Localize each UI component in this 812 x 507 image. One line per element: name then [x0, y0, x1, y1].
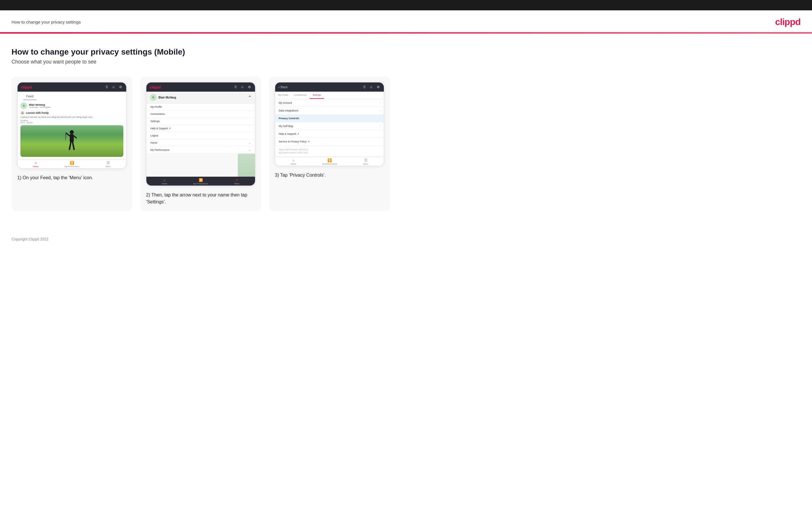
- menu-chevron-up-2: ⌃: [248, 95, 252, 100]
- card-step1: clippd ⚲ ☺ ⚙ Feed B Blair Mc: [11, 76, 132, 211]
- settings-item-myaccount-3[interactable]: My Account ›: [275, 99, 384, 107]
- phone-navbar-1: clippd ⚲ ☺ ⚙: [17, 82, 126, 92]
- phone-logo-2: clippd: [150, 85, 161, 89]
- cards-row: clippd ⚲ ☺ ⚙ Feed B Blair Mc: [11, 76, 801, 211]
- phone-mockup-3: ‹ Back ⚲ ☺ ⚙ My Profile Connections Sett…: [275, 82, 384, 166]
- nav-performance-2[interactable]: ⏬ My Performance: [183, 178, 219, 185]
- menu-connections-2[interactable]: Connections: [146, 111, 255, 118]
- back-label-3[interactable]: ‹ Back: [278, 85, 288, 89]
- nav-home-2[interactable]: ⌂ Home: [146, 178, 183, 185]
- lesson-icon-1: 🎰: [20, 111, 24, 115]
- settings-list-3: My Account › Data Integrations › Privacy…: [275, 99, 384, 146]
- search-icon-1[interactable]: ⚲: [104, 85, 109, 89]
- golfer-svg-1: [65, 129, 79, 155]
- phone-icons-3: ⚲ ☺ ⚙: [362, 85, 380, 89]
- phone-bottom-nav-3: ⌂ Home ⏬ My Performance ☰ Menu: [275, 157, 384, 166]
- performance-icon-2: ⏬: [199, 178, 203, 182]
- copyright: Copyright Clippd 2022: [11, 237, 49, 241]
- settings-icon-2[interactable]: ⚙: [247, 85, 252, 89]
- privacy-chevron-3: ›: [379, 117, 380, 120]
- menu-user-row-2[interactable]: B Blair McHarg ⌃: [146, 92, 255, 103]
- lesson-row-1: 🎰 Lesson with Fordy: [20, 111, 123, 115]
- lesson-duration-1: Duration01 hr : 30 min: [20, 119, 123, 123]
- profile-icon-1[interactable]: ☺: [111, 85, 116, 89]
- nav-home-1[interactable]: ⌂ Home: [17, 161, 54, 167]
- menu-home-nav-2[interactable]: Home ⌄: [146, 139, 255, 147]
- myaccount-label-3: My Account: [278, 101, 292, 104]
- home-icon-2: ⌂: [163, 178, 165, 182]
- nav-home-3[interactable]: ⌂ Home: [275, 158, 311, 165]
- settings-tabs-3: My Profile Connections Settings: [275, 92, 384, 99]
- nav-performance-1[interactable]: ⏬ My Performance: [54, 161, 90, 167]
- nav-menu-1[interactable]: ☰ Menu: [90, 161, 126, 167]
- page-heading: How to change your privacy settings (Mob…: [11, 47, 801, 57]
- tab-myprofile-3[interactable]: My Profile: [275, 92, 291, 99]
- settings-icon-1[interactable]: ⚙: [118, 85, 123, 89]
- performance-label-2: My Performance: [193, 183, 208, 185]
- nav-menu-3[interactable]: ☰ Menu: [348, 158, 384, 165]
- phone-bottom-nav-2: ⌂ Home ⏬ My Performance ✕ Menu: [146, 177, 255, 185]
- settings-item-dataintegrations-3[interactable]: Data Integrations ›: [275, 107, 384, 115]
- performance-label-1: My Performance: [64, 165, 79, 167]
- phone-bottom-nav-1: ⌂ Home ⏬ My Performance ☰ Menu: [17, 159, 126, 168]
- dataintegrations-chevron-3: ›: [379, 109, 380, 112]
- settings-item-serviceprivacy-3[interactable]: Service & Privacy Policy ↗: [275, 138, 384, 146]
- menu-label-2: Menu: [234, 183, 240, 185]
- myaccount-chevron-3: ›: [379, 101, 380, 104]
- post-usersub-1: Yesterday · Sunningdale: [29, 106, 51, 108]
- post-user-1: B Blair McHarg Yesterday · Sunningdale: [20, 102, 123, 109]
- menu-helpsupport-2[interactable]: Help & Support ↗: [146, 125, 255, 132]
- nav-menu-2[interactable]: ✕ Menu: [219, 178, 255, 185]
- search-icon-3[interactable]: ⚲: [362, 85, 367, 89]
- header: How to change your privacy settings clip…: [0, 10, 812, 32]
- performance-icon-1: ⏬: [70, 161, 74, 165]
- card-step3: ‹ Back ⚲ ☺ ⚙ My Profile Connections Sett…: [269, 76, 390, 211]
- svg-point-0: [70, 130, 74, 134]
- menu-logout-2[interactable]: Logout: [146, 132, 255, 139]
- post-1: B Blair McHarg Yesterday · Sunningdale 🎰…: [17, 100, 126, 159]
- menu-settings-2[interactable]: Settings: [146, 118, 255, 125]
- svg-line-5: [73, 142, 74, 149]
- card-step2: clippd ⚲ ☺ ⚙ B Blair McHarg ⌃: [140, 76, 261, 211]
- profile-icon-3[interactable]: ☺: [369, 85, 373, 89]
- phone-logo-1: clippd: [21, 85, 32, 89]
- nav-performance-3[interactable]: ⏬ My Performance: [311, 158, 348, 165]
- search-icon-2[interactable]: ⚲: [233, 85, 238, 89]
- tab-connections-3[interactable]: Connections: [291, 92, 310, 99]
- feed-label-1: Feed: [23, 93, 36, 100]
- helpsupport-label-3: Help & Support ↗: [278, 132, 299, 135]
- phone-icons-2: ⚲ ☺ ⚙: [233, 85, 252, 89]
- avatar-1: B: [20, 102, 27, 109]
- header-title: How to change your privacy settings: [11, 19, 81, 24]
- menu-performance-label-2: My Performance: [150, 149, 169, 151]
- home-label-1: Home: [33, 165, 39, 167]
- menu-x-icon-2: ✕: [236, 178, 238, 182]
- menu-icon-3: ☰: [364, 158, 367, 162]
- post-user-info-1: Blair McHarg Yesterday · Sunningdale: [29, 103, 51, 108]
- card-caption-1: 1) On your Feed, tap the ‘Menu’ icon.: [17, 174, 126, 181]
- logo: clippd: [775, 17, 801, 27]
- card-caption-2: 2) Then, tap the arrow next to your name…: [146, 191, 255, 206]
- version-info-3: Clippd Client Version: 2022.8.3-3 GQL Se…: [275, 146, 384, 157]
- main-content: How to change your privacy settings (Mob…: [0, 34, 812, 228]
- menu-user-info-2: B Blair McHarg: [150, 94, 176, 101]
- menu-performance-nav-2[interactable]: My Performance ⌄: [146, 147, 255, 154]
- settings-item-mygolfbag-3[interactable]: My Golf Bag ›: [275, 122, 384, 130]
- settings-icon-3[interactable]: ⚙: [376, 85, 380, 89]
- home-label-3: Home: [291, 163, 296, 165]
- profile-icon-2[interactable]: ☺: [240, 85, 245, 89]
- menu-label-1: Menu: [105, 165, 111, 167]
- settings-item-helpsupport-3[interactable]: Help & Support ↗: [275, 130, 384, 138]
- menu-avatar-2: B: [150, 94, 157, 101]
- tab-settings-3[interactable]: Settings: [310, 92, 324, 99]
- settings-item-privacy-3[interactable]: Privacy Controls ›: [275, 115, 384, 122]
- menu-username-2: Blair McHarg: [158, 96, 176, 99]
- phone-mockup-1: clippd ⚲ ☺ ⚙ Feed B Blair Mc: [17, 82, 126, 169]
- post-username-1: Blair McHarg: [29, 103, 51, 106]
- home-label-2: Home: [162, 183, 167, 185]
- menu-myprofile-2[interactable]: My Profile: [146, 103, 255, 111]
- performance-icon-3: ⏬: [327, 158, 332, 162]
- card-caption-3: 3) Tap ‘Privacy Controls’.: [275, 172, 384, 179]
- menu-icon-1: ☰: [107, 161, 110, 165]
- phone-icons-1: ⚲ ☺ ⚙: [104, 85, 123, 89]
